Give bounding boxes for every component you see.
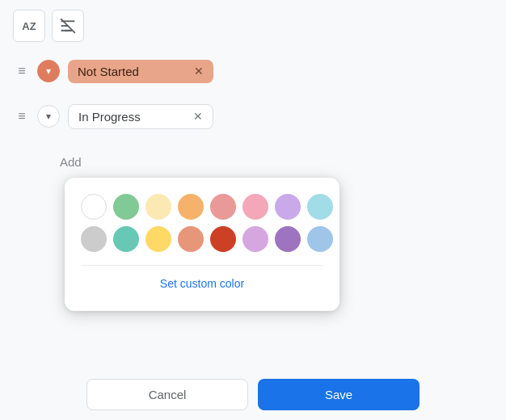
color-circle-light-gray[interactable]: [81, 226, 107, 252]
color-circle-light-orange[interactable]: [178, 194, 204, 220]
row-in-progress: ≡ ▾ In Progress ✕: [13, 97, 493, 136]
row-not-started: ≡ ▾ Not Started ✕: [13, 52, 493, 90]
format-button[interactable]: [52, 10, 84, 42]
color-circle-red[interactable]: [210, 226, 236, 252]
color-circle-light-purple[interactable]: [275, 194, 301, 220]
drag-handle-2[interactable]: ≡: [13, 109, 29, 124]
bottom-bar: Cancel Save: [0, 369, 506, 420]
format-icon: [60, 18, 76, 34]
az-icon: AZ: [22, 20, 36, 32]
color-circle-lavender[interactable]: [242, 226, 268, 252]
tag-in-progress: In Progress ✕: [68, 104, 213, 129]
color-circle-light-yellow[interactable]: [145, 194, 171, 220]
color-circle-teal[interactable]: [113, 226, 139, 252]
color-circle-pink[interactable]: [242, 194, 268, 220]
color-picker-popup: Set custom color: [65, 178, 339, 311]
tag-in-progress-remove[interactable]: ✕: [193, 110, 203, 123]
add-label: Add: [13, 155, 82, 169]
color-circle-yellow[interactable]: [145, 226, 171, 252]
drag-handle-1[interactable]: ≡: [13, 64, 29, 78]
chevron-icon-2: ▾: [46, 111, 51, 122]
chevron-btn-2[interactable]: ▾: [37, 105, 60, 128]
color-circle-white[interactable]: [81, 194, 107, 220]
color-circle-purple[interactable]: [275, 226, 301, 252]
tag-in-progress-label: In Progress: [78, 110, 141, 124]
color-circle-light-cyan[interactable]: [307, 194, 333, 220]
color-circle-salmon[interactable]: [178, 226, 204, 252]
custom-color-button[interactable]: Set custom color: [81, 265, 323, 298]
save-button[interactable]: Save: [258, 379, 420, 410]
tag-not-started-remove[interactable]: ✕: [194, 65, 204, 78]
az-sort-button[interactable]: AZ: [13, 10, 45, 42]
rows-container: ≡ ▾ Not Started ✕ ≡ ▾ In Progress ✕ Add: [0, 52, 506, 181]
tag-not-started-label: Not Started: [78, 65, 139, 78]
color-circle-periwinkle[interactable]: [307, 226, 333, 252]
row-add: Add: [13, 142, 493, 181]
chevron-btn-1[interactable]: ▾: [37, 60, 60, 82]
tag-not-started: Not Started ✕: [68, 60, 213, 83]
chevron-icon-1: ▾: [46, 65, 51, 77]
color-circle-light-red[interactable]: [210, 194, 236, 220]
cancel-button[interactable]: Cancel: [86, 379, 248, 410]
toolbar: AZ: [0, 0, 506, 52]
color-circle-green[interactable]: [113, 194, 139, 220]
main-area: AZ ≡ ▾ Not Started ✕ ≡: [0, 0, 506, 420]
color-grid: [81, 194, 323, 252]
